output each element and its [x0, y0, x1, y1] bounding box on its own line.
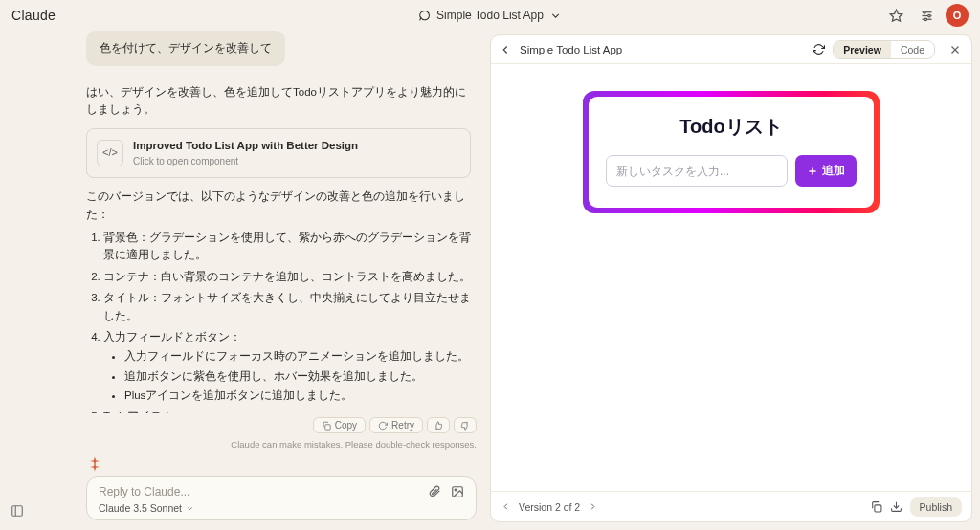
tab-code[interactable]: Code [891, 41, 934, 58]
code-icon: </> [97, 140, 123, 166]
assistant-message: はい、デザインを改善し、色を追加してTodoリストアプリをより魅力的にしましょう… [86, 77, 477, 413]
star-button[interactable] [884, 4, 907, 27]
refresh-button[interactable] [813, 43, 825, 55]
attachment-icon[interactable] [428, 485, 441, 498]
top-bar: Claude Simple Todo List App O [0, 0, 980, 31]
composer[interactable]: Reply to Claude... Claude 3.5 Sonnet [86, 476, 477, 520]
list-item: 入力フィールドとボタン：入力フィールドにフォーカス時のアニメーションを追加しまし… [103, 328, 471, 405]
assistant-intro: はい、デザインを改善し、色を追加してTodoリストアプリをより魅力的にしましょう… [86, 83, 471, 119]
list-subitem: Plusアイコンを追加ボタンに追加しました。 [124, 386, 471, 404]
publish-button[interactable]: Publish [910, 497, 962, 517]
thumbs-down-button[interactable] [454, 417, 477, 433]
svg-point-5 [927, 14, 930, 17]
copy-button[interactable]: Copy [313, 417, 366, 433]
thumbs-down-icon [460, 421, 470, 431]
list-item: タイトル：フォントサイズを大きくし、中央揃えにしてより目立たせました。 [103, 289, 471, 324]
version-label: Version 2 of 2 [519, 501, 580, 513]
project-selector[interactable]: Simple Todo List App [418, 9, 562, 22]
preview-title: Simple Todo List App [520, 44, 622, 55]
assistant-lead: このバージョンでは、以下のようなデザインの改善と色の追加を行いました： [86, 188, 471, 223]
artifact-subtitle: Click to open component [133, 154, 358, 169]
image-icon[interactable] [451, 485, 464, 498]
message-actions: Copy Retry [86, 413, 477, 437]
svg-marker-0 [890, 10, 902, 21]
list-item: コンテナ：白い背景のコンテナを追加し、コントラストを高めました。 [103, 268, 471, 285]
svg-point-9 [455, 489, 457, 491]
app-logo: Claude [11, 8, 56, 23]
todo-title: Todoリスト [606, 114, 857, 140]
chat-column: 色を付けて、デザインを改善して はい、デザインを改善し、色を追加してTodoリス… [0, 31, 486, 530]
copy-icon [322, 421, 331, 431]
copy-code-button[interactable] [870, 500, 882, 513]
tab-preview[interactable]: Preview [834, 41, 891, 58]
download-button[interactable] [890, 500, 902, 513]
todo-card: Todoリスト 追加 [583, 91, 880, 213]
disclaimer: Claude can make mistakes. Please double-… [86, 437, 477, 455]
todo-add-button[interactable]: 追加 [795, 155, 857, 187]
preview-canvas: Todoリスト 追加 [491, 64, 971, 491]
retry-button[interactable]: Retry [369, 417, 423, 433]
back-button[interactable] [499, 43, 512, 56]
settings-button[interactable] [915, 4, 938, 27]
list-subitem: 入力フィールドにフォーカス時のアニメーションを追加しました。 [124, 347, 471, 364]
star-icon [889, 9, 903, 23]
user-message: 色を付けて、デザインを改善して [86, 31, 285, 66]
avatar[interactable]: O [946, 4, 969, 27]
chevron-down-icon [549, 10, 562, 22]
chevron-down-icon [186, 504, 194, 513]
svg-point-4 [923, 11, 925, 13]
view-toggle: Preview Code [833, 40, 935, 59]
retry-icon [378, 421, 388, 431]
panel-icon [11, 504, 24, 518]
artifact-title: Improved Todo List App with Better Desig… [133, 137, 358, 154]
project-name: Simple Todo List App [436, 9, 544, 22]
todo-input[interactable] [606, 155, 788, 187]
list-subitem: 追加ボタンに紫色を使用し、ホバー効果を追加しました。 [124, 367, 471, 385]
thumbs-up-button[interactable] [427, 417, 450, 433]
preview-pane: Simple Todo List App Preview Code Todoリス… [490, 34, 972, 522]
sparkle-icon [86, 455, 103, 473]
svg-rect-16 [12, 506, 23, 517]
chat-icon [418, 10, 431, 22]
preview-footer: Version 2 of 2 Publish [491, 491, 971, 521]
svg-rect-7 [324, 424, 329, 429]
svg-rect-14 [874, 505, 880, 512]
preview-header: Simple Todo List App Preview Code [491, 35, 971, 64]
model-selector[interactable]: Claude 3.5 Sonnet [99, 502, 464, 514]
close-button[interactable] [948, 43, 962, 56]
svg-point-6 [924, 18, 927, 21]
next-version-button[interactable] [588, 501, 598, 512]
sidebar-toggle[interactable] [8, 501, 27, 520]
change-list: 背景色：グラデーションを使用して、紫から赤へのグラデーションを背景に適用しました… [86, 229, 471, 413]
thumbs-up-icon [434, 421, 443, 431]
composer-input[interactable]: Reply to Claude... [99, 485, 428, 498]
plus-icon [807, 166, 818, 177]
prev-version-button[interactable] [501, 501, 511, 512]
sliders-icon [920, 9, 934, 23]
artifact-card[interactable]: </> Improved Todo List App with Better D… [86, 128, 471, 178]
list-item: 背景色：グラデーションを使用して、紫から赤へのグラデーションを背景に適用しました… [103, 229, 471, 264]
